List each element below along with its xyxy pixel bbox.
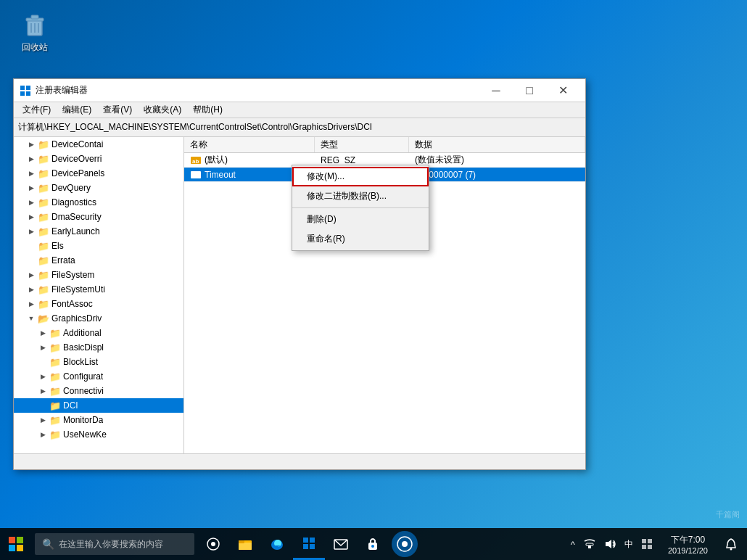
svg-rect-34 bbox=[648, 539, 652, 543]
tree-label: FileSystemUti bbox=[51, 284, 105, 295]
svg-rect-8 bbox=[20, 91, 25, 96]
tree-label: DeviceContai bbox=[51, 139, 103, 149]
tree-item-fontassoc[interactable]: ▶ 📁 FontAssoc bbox=[14, 297, 183, 311]
file-explorer-button[interactable] bbox=[229, 528, 261, 560]
folder-icon: 📁 bbox=[49, 327, 62, 339]
menu-edit[interactable]: 编辑(E) bbox=[57, 102, 97, 118]
tree-label: Diagnostics bbox=[51, 197, 96, 207]
tree-item-additional[interactable]: ▶ 📁 Additional bbox=[14, 326, 183, 340]
context-menu-delete[interactable]: 删除(D) bbox=[292, 210, 429, 229]
tree-item-devicecontai[interactable]: ▶ 📁 DeviceContai bbox=[14, 137, 183, 152]
start-button[interactable] bbox=[0, 528, 32, 560]
expand-icon: ▶ bbox=[37, 327, 49, 339]
tree-item-connectivi[interactable]: ▶ 📁 Connectivi bbox=[14, 384, 183, 398]
context-menu-modify[interactable]: 修改(M)... bbox=[292, 167, 429, 186]
close-button[interactable]: ✕ bbox=[546, 79, 579, 102]
edge-button[interactable] bbox=[261, 528, 293, 560]
tray-caret[interactable]: ^ bbox=[566, 528, 579, 560]
windows-logo bbox=[9, 537, 23, 551]
svg-rect-6 bbox=[20, 86, 25, 90]
taskbar-search[interactable]: 🔍 在这里输入你要搜索的内容 bbox=[35, 533, 194, 555]
folder-icon: 📁 bbox=[37, 211, 50, 223]
svg-rect-33 bbox=[642, 539, 646, 543]
table-header: 名称 类型 数据 bbox=[184, 137, 585, 153]
regedit-taskbar-button[interactable] bbox=[293, 528, 325, 560]
tree-item-basicdispl[interactable]: ▶ 📁 BasicDispl bbox=[14, 340, 183, 355]
menu-favorites[interactable]: 收藏夹(A) bbox=[138, 102, 187, 118]
tree-item-diagnostics[interactable]: ▶ 📁 Diagnostics bbox=[14, 195, 183, 210]
maximize-button[interactable]: □ bbox=[513, 79, 546, 102]
tree-label: DeviceOverri bbox=[51, 154, 102, 164]
recycle-bin-icon[interactable]: 回收站 bbox=[13, 11, 57, 54]
taskbar-clock[interactable]: 下午7:00 2019/12/20 bbox=[661, 528, 715, 560]
expand-icon: ▶ bbox=[25, 153, 37, 165]
tree-label: DCI bbox=[63, 400, 78, 411]
svg-rect-24 bbox=[310, 544, 315, 549]
svg-rect-17 bbox=[239, 543, 252, 550]
context-menu-rename[interactable]: 重命名(R) bbox=[292, 229, 429, 249]
expand-icon: ▶ bbox=[25, 269, 37, 281]
folder-icon: 📁 bbox=[49, 429, 62, 440]
tree-item-deviceoverri[interactable]: ▶ 📁 DeviceOverri bbox=[14, 152, 183, 166]
mail-button[interactable] bbox=[325, 528, 357, 560]
row-data-default: (数值未设置) bbox=[409, 153, 585, 167]
tray-network[interactable] bbox=[579, 528, 600, 560]
address-text: 计算机\HKEY_LOCAL_MACHINE\SYSTEM\CurrentCon… bbox=[18, 121, 372, 133]
tree-item-errata[interactable]: 📁 Errata bbox=[14, 253, 183, 268]
svg-marker-32 bbox=[606, 540, 611, 548]
tree-item-blocklist[interactable]: 📁 BlockList bbox=[14, 355, 183, 369]
col-header-name[interactable]: 名称 bbox=[184, 137, 315, 152]
tree-item-dci[interactable]: 📁 DCI bbox=[14, 398, 183, 413]
tree-item-usenewke[interactable]: ▶ 📁 UseNewKe bbox=[14, 427, 183, 442]
tree-item-filesystemuti[interactable]: ▶ 📁 FileSystemUti bbox=[14, 282, 183, 297]
cortana-button[interactable] bbox=[392, 531, 418, 557]
tray-volume[interactable] bbox=[600, 528, 620, 560]
tree-item-devicepanels[interactable]: ▶ 📁 DevicePanels bbox=[14, 166, 183, 181]
tree-item-graphicsdriv[interactable]: ▼ 📂 GraphicsDriv bbox=[14, 311, 183, 326]
minimize-button[interactable]: ─ bbox=[479, 79, 513, 102]
svg-rect-2 bbox=[31, 15, 38, 19]
tree-item-earlylaunch[interactable]: ▶ 📁 EarlyLaunch bbox=[14, 224, 183, 239]
tree-item-filesystem[interactable]: ▶ 📁 FileSystem bbox=[14, 268, 183, 282]
menu-view[interactable]: 查看(V) bbox=[97, 102, 138, 118]
tree-label: Additional bbox=[63, 328, 102, 338]
folder-icon: 📁 bbox=[49, 385, 62, 397]
notification-button[interactable] bbox=[715, 528, 747, 560]
tree-label: Errata bbox=[51, 255, 75, 265]
tree-item-dmasecurity[interactable]: ▶ 📁 DmaSecurity bbox=[14, 210, 183, 224]
col-header-type[interactable]: 类型 bbox=[315, 137, 409, 152]
tray-lang[interactable]: 中 bbox=[620, 528, 637, 560]
folder-icon: 📁 bbox=[49, 400, 62, 411]
folder-icon: 📁 bbox=[37, 226, 50, 237]
svg-rect-22 bbox=[310, 538, 315, 543]
folder-icon: 📂 bbox=[37, 313, 50, 324]
row-data-timeout: 0x00000007 (7) bbox=[409, 169, 585, 181]
tree-item-els[interactable]: 📁 Els bbox=[14, 239, 183, 253]
security-button[interactable] bbox=[357, 528, 389, 560]
col-header-data[interactable]: 数据 bbox=[409, 137, 585, 152]
status-bar bbox=[14, 453, 585, 469]
menu-help[interactable]: 帮助(H) bbox=[187, 102, 228, 118]
tree-item-configurat[interactable]: ▶ 📁 Configurat bbox=[14, 369, 183, 384]
expand-icon: ▶ bbox=[25, 284, 37, 295]
main-content: ▶ 📁 DeviceContai ▶ 📁 DeviceOverri ▶ 📁 De… bbox=[14, 137, 585, 453]
tree-item-monitorda[interactable]: ▶ 📁 MonitorDa bbox=[14, 413, 183, 427]
tree-item-devquery[interactable]: ▶ 📁 DevQuery bbox=[14, 181, 183, 195]
expand-icon: ▶ bbox=[37, 414, 49, 426]
task-view-button[interactable] bbox=[197, 528, 229, 560]
menu-bar: 文件(F) 编辑(E) 查看(V) 收藏夹(A) 帮助(H) bbox=[14, 102, 585, 118]
expand-icon: ▶ bbox=[25, 168, 37, 179]
clock-date: 2019/12/20 bbox=[668, 546, 708, 555]
tree-label: Els bbox=[51, 241, 64, 251]
tree-panel[interactable]: ▶ 📁 DeviceContai ▶ 📁 DeviceOverri ▶ 📁 De… bbox=[14, 137, 184, 453]
title-bar: 注册表编辑器 ─ □ ✕ bbox=[14, 79, 585, 102]
context-menu-modify-binary[interactable]: 修改二进制数据(B)... bbox=[292, 186, 429, 206]
expand-icon bbox=[37, 356, 49, 368]
tree-label: Configurat bbox=[63, 371, 103, 382]
svg-point-37 bbox=[730, 548, 732, 551]
svg-rect-9 bbox=[26, 91, 30, 96]
folder-icon: 📁 bbox=[49, 356, 62, 368]
tray-grid[interactable] bbox=[637, 528, 656, 560]
menu-file[interactable]: 文件(F) bbox=[17, 102, 57, 118]
tree-label: UseNewKe bbox=[63, 429, 107, 440]
